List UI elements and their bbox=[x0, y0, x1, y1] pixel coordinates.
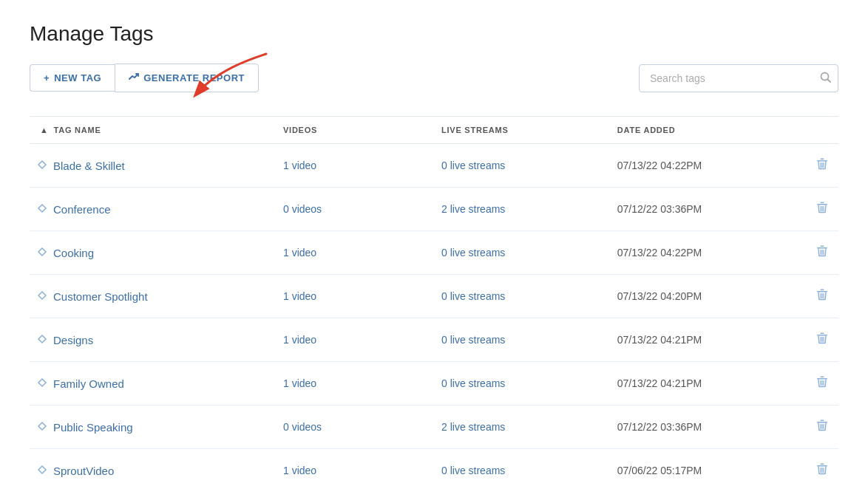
chart-icon bbox=[129, 72, 139, 84]
col-header-tag-name: ▲ TAG NAME bbox=[30, 117, 276, 144]
generate-report-button[interactable]: GENERATE REPORT bbox=[115, 64, 259, 92]
svg-rect-28 bbox=[817, 378, 827, 380]
actions-cell bbox=[786, 318, 838, 362]
svg-rect-24 bbox=[821, 333, 824, 335]
actions-cell bbox=[786, 362, 838, 405]
date-added: 07/13/22 04:22PM bbox=[610, 231, 786, 275]
tag-icon bbox=[37, 247, 47, 259]
svg-rect-14 bbox=[821, 246, 824, 247]
tag-name-link[interactable]: Public Speaking bbox=[53, 421, 133, 434]
videos-count: 1 video bbox=[276, 362, 434, 405]
streams-count: 0 live streams bbox=[434, 318, 610, 362]
svg-rect-4 bbox=[821, 159, 824, 160]
streams-count: 2 live streams bbox=[434, 188, 610, 231]
svg-rect-23 bbox=[817, 335, 827, 336]
delete-button[interactable] bbox=[813, 198, 831, 220]
tag-name-link[interactable]: SproutVideo bbox=[53, 465, 114, 477]
plus-icon: + bbox=[44, 72, 50, 83]
tag-icon bbox=[37, 160, 47, 172]
svg-rect-33 bbox=[817, 422, 827, 423]
table-row: Conference 0 videos2 live streams07/12/2… bbox=[30, 188, 838, 231]
table-header: ▲ TAG NAME VIDEOS LIVE STREAMS DATE ADDE… bbox=[30, 117, 838, 144]
streams-count: 0 live streams bbox=[434, 362, 610, 405]
tag-name-cell: Blade & Skillet bbox=[30, 144, 276, 188]
sort-arrow-icon: ▲ bbox=[40, 126, 49, 134]
table-row: Cooking 1 video0 live streams07/13/22 04… bbox=[30, 231, 838, 275]
svg-rect-29 bbox=[821, 377, 824, 378]
svg-rect-9 bbox=[821, 202, 824, 204]
delete-button[interactable] bbox=[813, 416, 831, 438]
page-title: Manage Tags bbox=[30, 22, 838, 46]
date-added: 07/12/22 03:36PM bbox=[610, 405, 786, 449]
table-row: Public Speaking 0 videos2 live streams07… bbox=[30, 405, 838, 449]
streams-count: 0 live streams bbox=[434, 449, 610, 487]
videos-count: 1 video bbox=[276, 449, 434, 487]
tag-name-link[interactable]: Family Owned bbox=[53, 377, 124, 390]
tag-name-cell: Customer Spotlight bbox=[30, 275, 276, 318]
actions-cell bbox=[786, 405, 838, 449]
tag-name-link[interactable]: Blade & Skillet bbox=[53, 160, 125, 172]
videos-count: 1 video bbox=[276, 275, 434, 318]
actions-cell bbox=[786, 449, 838, 487]
videos-count: 1 video bbox=[276, 318, 434, 362]
streams-count: 0 live streams bbox=[434, 144, 610, 188]
toolbar-left: + NEW TAG GENERATE REPORT bbox=[30, 64, 259, 92]
delete-button[interactable] bbox=[813, 154, 831, 177]
actions-cell bbox=[786, 231, 838, 275]
table-row: Designs 1 video0 live streams07/13/22 04… bbox=[30, 318, 838, 362]
actions-cell bbox=[786, 144, 838, 188]
actions-cell bbox=[786, 188, 838, 231]
videos-count: 1 video bbox=[276, 231, 434, 275]
tag-icon bbox=[37, 377, 47, 390]
svg-rect-18 bbox=[817, 291, 827, 292]
col-header-date-added: DATE ADDED bbox=[610, 117, 786, 144]
table-row: SproutVideo 1 video0 live streams07/06/2… bbox=[30, 449, 838, 487]
tag-name-link[interactable]: Cooking bbox=[53, 247, 94, 259]
search-container bbox=[639, 64, 838, 92]
new-tag-label: NEW TAG bbox=[54, 72, 101, 83]
videos-count: 0 videos bbox=[276, 188, 434, 231]
tag-name-cell: Family Owned bbox=[30, 362, 276, 405]
streams-count: 2 live streams bbox=[434, 405, 610, 449]
tag-name-link[interactable]: Customer Spotlight bbox=[53, 290, 148, 303]
table-row: Blade & Skillet 1 video0 live streams07/… bbox=[30, 144, 838, 188]
delete-button[interactable] bbox=[813, 459, 831, 482]
tag-name-cell: Designs bbox=[30, 318, 276, 362]
videos-count: 0 videos bbox=[276, 405, 434, 449]
tag-name-link[interactable]: Conference bbox=[53, 203, 111, 216]
streams-count: 0 live streams bbox=[434, 231, 610, 275]
delete-button[interactable] bbox=[813, 285, 831, 307]
date-added: 07/12/22 03:36PM bbox=[610, 188, 786, 231]
date-added: 07/13/22 04:22PM bbox=[610, 144, 786, 188]
col-header-live-streams: LIVE STREAMS bbox=[434, 117, 610, 144]
table-row: Customer Spotlight 1 video0 live streams… bbox=[30, 275, 838, 318]
col-header-actions bbox=[786, 117, 838, 144]
date-added: 07/13/22 04:21PM bbox=[610, 362, 786, 405]
toolbar: + NEW TAG GENERATE REPORT bbox=[30, 64, 838, 92]
date-added: 07/13/22 04:21PM bbox=[610, 318, 786, 362]
tag-name-cell: Cooking bbox=[30, 231, 276, 275]
svg-rect-19 bbox=[821, 290, 824, 291]
svg-rect-8 bbox=[817, 204, 827, 205]
search-input[interactable] bbox=[639, 64, 838, 92]
tags-table: ▲ TAG NAME VIDEOS LIVE STREAMS DATE ADDE… bbox=[30, 116, 838, 486]
tag-name-cell: SproutVideo bbox=[30, 449, 276, 487]
videos-count: 1 video bbox=[276, 144, 434, 188]
new-tag-button[interactable]: + NEW TAG bbox=[30, 64, 115, 92]
tag-icon bbox=[37, 203, 47, 216]
delete-button[interactable] bbox=[813, 242, 831, 264]
date-added: 07/13/22 04:20PM bbox=[610, 275, 786, 318]
svg-rect-38 bbox=[817, 465, 827, 467]
tag-name-link[interactable]: Designs bbox=[53, 334, 93, 346]
svg-rect-39 bbox=[821, 464, 824, 465]
date-added: 07/06/22 05:17PM bbox=[610, 449, 786, 487]
svg-rect-3 bbox=[817, 160, 827, 162]
tag-icon bbox=[37, 421, 47, 434]
streams-count: 0 live streams bbox=[434, 275, 610, 318]
delete-button[interactable] bbox=[813, 372, 831, 394]
svg-rect-13 bbox=[817, 247, 827, 249]
delete-button[interactable] bbox=[813, 329, 831, 351]
tag-name-cell: Conference bbox=[30, 188, 276, 231]
tag-icon bbox=[37, 290, 47, 303]
tag-name-cell: Public Speaking bbox=[30, 405, 276, 449]
